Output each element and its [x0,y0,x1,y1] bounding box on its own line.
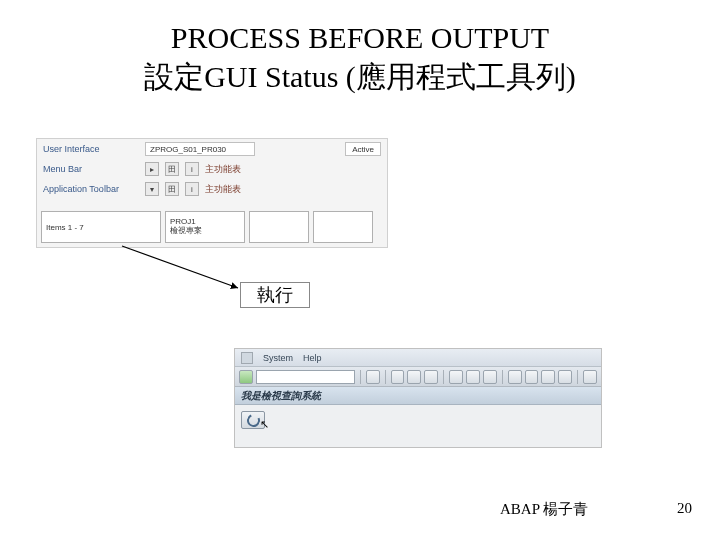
project-box[interactable]: PROJ1 檢視專案 [165,211,245,243]
print-icon[interactable] [449,370,463,384]
value-user-interface[interactable]: ZPROG_S01_PR030 [145,142,255,156]
blank-slot-1[interactable] [249,211,309,243]
menu-icon[interactable] [241,352,253,364]
expand-icon[interactable]: ▸ [145,162,159,176]
find-next-icon[interactable] [483,370,497,384]
menu-bar: System Help [235,349,601,367]
next-page-icon[interactable] [541,370,555,384]
menu-help[interactable]: Help [303,353,322,363]
row-menu-bar: Menu Bar ▸ 田 i 主功能表 [37,159,387,179]
exit-icon[interactable] [407,370,421,384]
menu-system[interactable]: System [263,353,293,363]
sap-runtime-panel: System Help 我是檢視查詢系統 ↖ [234,348,602,448]
row-user-interface: User Interface ZPROG_S01_PR030 Active [37,139,387,159]
cancel-icon[interactable] [424,370,438,384]
info-icon[interactable]: i [185,182,199,196]
status-active: Active [345,142,381,156]
menu-bar-cn: 主功能表 [205,163,241,176]
gui-status-editor-panel: User Interface ZPROG_S01_PR030 Active Me… [36,138,388,248]
label-user-interface: User Interface [43,144,139,154]
last-page-icon[interactable] [558,370,572,384]
display-icon[interactable]: 田 [165,162,179,176]
separator [577,370,578,384]
blank-slot-2[interactable] [313,211,373,243]
items-bar: Items 1 - 7 PROJ1 檢視專案 [41,211,373,243]
execute-button[interactable]: ↖ [241,411,265,429]
separator [443,370,444,384]
footer-page-number: 20 [677,500,692,517]
row-app-toolbar: Application Toolbar ▾ 田 i 主功能表 [37,179,387,199]
separator [502,370,503,384]
info-icon[interactable]: i [185,162,199,176]
display-icon[interactable]: 田 [165,182,179,196]
prev-page-icon[interactable] [525,370,539,384]
first-page-icon[interactable] [508,370,522,384]
separator [385,370,386,384]
app-toolbar-cn: 主功能表 [205,183,241,196]
command-field[interactable] [256,370,355,384]
separator [360,370,361,384]
execute-callout: 執行 [240,282,310,308]
find-icon[interactable] [466,370,480,384]
standard-toolbar [235,367,601,387]
app-body: ↖ [235,405,601,435]
app-title-strip: 我是檢視查詢系統 [235,387,601,405]
items-range-box: Items 1 - 7 [41,211,161,243]
back-icon[interactable] [391,370,405,384]
label-menu-bar: Menu Bar [43,164,139,174]
slide-title-line2: 設定GUI Status (應用程式工具列) [0,57,720,98]
footer-author: ABAP 楊子青 [500,500,588,519]
project-cn: 檢視專案 [170,227,240,236]
save-icon[interactable] [366,370,380,384]
slide-title-line1: PROCESS BEFORE OUTPUT [0,0,720,57]
label-app-toolbar: Application Toolbar [43,184,139,194]
cursor-icon: ↖ [260,418,269,431]
expand-icon[interactable]: ▾ [145,182,159,196]
svg-line-0 [122,246,238,288]
enter-icon[interactable] [239,370,253,384]
help-icon[interactable] [583,370,597,384]
